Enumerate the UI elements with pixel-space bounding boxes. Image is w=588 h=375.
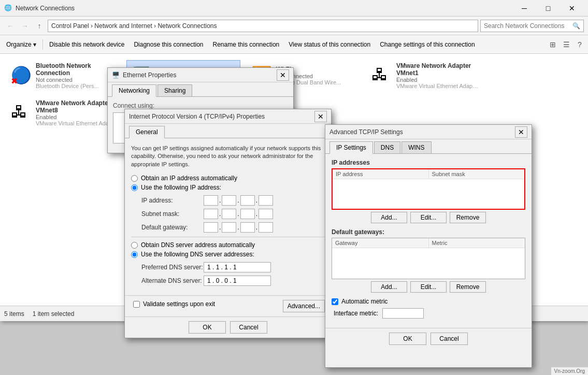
- view-icon-button[interactable]: ⊞: [547, 38, 559, 51]
- diagnose-button[interactable]: Diagnose this connection: [130, 37, 207, 52]
- tab-sharing[interactable]: Sharing: [157, 84, 192, 96]
- sm-seg4[interactable]: [259, 209, 273, 219]
- advanced-title-bar: Advanced TCP/IP Settings ✕: [325, 125, 532, 139]
- tab-general[interactable]: General: [129, 126, 165, 138]
- interface-metric-label: Interface metric:: [334, 310, 378, 317]
- ip-seg1[interactable]: [204, 195, 218, 206]
- ip-addr-col-header: IP address: [333, 169, 429, 179]
- maximize-button[interactable]: □: [536, 0, 560, 17]
- items-count: 5 items: [4, 310, 24, 318]
- gw-seg4[interactable]: [259, 222, 273, 233]
- address-path[interactable]: Control Panel › Network and Internet › N…: [48, 20, 478, 32]
- ethernet-dialog-title-bar: 🖥️ Ethernet Properties ✕: [108, 68, 293, 82]
- conn-bluetooth-name: Bluetooth Network Connection: [36, 62, 116, 77]
- ip-manual-radio[interactable]: [131, 184, 138, 191]
- ip-auto-radio-group: Obtain an IP address automatically Use t…: [131, 175, 325, 191]
- conn-vmnet1[interactable]: 🖧 VMware Network Adapter VMnet1 Enabled …: [367, 60, 481, 91]
- window-title: Network Connections: [16, 5, 75, 12]
- connect-using-label: Connect using:: [113, 102, 288, 109]
- conn-vmnet8-name: VMware Network Adapter VMnet8: [36, 99, 119, 114]
- advanced-close-btn[interactable]: ✕: [515, 126, 527, 138]
- preferred-dns-row: Preferred DNS server: 1 . 1 . 1 . 1: [131, 262, 325, 272]
- ip-seg3[interactable]: [240, 195, 255, 206]
- ip-add-btn[interactable]: Add...: [371, 212, 407, 223]
- disable-button[interactable]: Disable this network device: [45, 37, 128, 52]
- conn-vmnet8-adapter: VMware Virtual Ethernet Adapter ...: [36, 120, 119, 126]
- advanced-button[interactable]: Advanced...: [283, 300, 325, 312]
- tcp-cancel-button[interactable]: Cancel: [230, 321, 267, 334]
- organize-button[interactable]: Organize ▾: [2, 37, 40, 52]
- gw-seg1[interactable]: [204, 222, 218, 233]
- rename-button[interactable]: Rename this connection: [209, 37, 284, 52]
- conn-bluetooth[interactable]: 🔵 ✖ Bluetooth Network Connection Not con…: [6, 60, 120, 91]
- sm-seg3[interactable]: [240, 209, 255, 219]
- gw-add-btn[interactable]: Add...: [371, 281, 407, 293]
- conn-vmnet8[interactable]: 🖧 VMware Network Adapter VMnet8 Enabled …: [6, 97, 120, 128]
- tcp-ok-button[interactable]: OK: [189, 321, 226, 334]
- ip-seg2[interactable]: [222, 195, 236, 206]
- dns-manual-label: Use the following DNS server addresses:: [141, 251, 254, 258]
- search-input[interactable]: [484, 22, 570, 30]
- gateway-col-header: Gateway: [332, 238, 429, 248]
- ip-list-header: IP address Subnet mask: [333, 169, 524, 179]
- ip-manual-label: Use the following IP address:: [141, 184, 221, 191]
- advanced-ok-btn[interactable]: OK: [389, 333, 426, 345]
- forward-button[interactable]: →: [19, 20, 31, 32]
- toolbar-separator-1: [42, 39, 43, 50]
- conn-bluetooth-adapter: Bluetooth Device (Pers...: [36, 83, 116, 89]
- adv-tab-dns[interactable]: DNS: [374, 141, 400, 153]
- dns-auto-radio[interactable]: [131, 242, 138, 249]
- ip-manual-radio-row: Use the following IP address:: [131, 184, 325, 191]
- back-button[interactable]: ←: [4, 20, 17, 32]
- gw-seg2[interactable]: [222, 222, 236, 233]
- sm-seg1[interactable]: [204, 209, 218, 219]
- auto-metric-checkbox[interactable]: [332, 298, 338, 305]
- adv-tab-wins[interactable]: WINS: [401, 141, 431, 153]
- tcpipv4-close-btn[interactable]: ✕: [314, 111, 327, 122]
- validate-checkbox[interactable]: [133, 301, 140, 308]
- close-button[interactable]: ✕: [560, 0, 584, 17]
- gw-seg3[interactable]: [240, 222, 255, 233]
- sm-seg2[interactable]: [222, 209, 236, 219]
- alternate-dns-input: 1 . 0 . 0 . 1: [204, 276, 271, 286]
- interface-metric-input[interactable]: [382, 308, 424, 319]
- alternate-dns-value: 1 . 0 . 0 . 1: [207, 277, 237, 284]
- ip-remove-btn[interactable]: Remove: [450, 212, 486, 223]
- minimize-button[interactable]: ─: [512, 0, 536, 17]
- advanced-content: IP addresses IP address Subnet mask Add.…: [325, 154, 532, 328]
- validate-checkbox-row: Validate settings upon exit: [131, 300, 215, 308]
- gateways-list-header: Gateway Metric: [332, 238, 525, 248]
- conn-vmnet1-adapter: VMware Virtual Ethernet Adapter ...: [396, 83, 479, 89]
- ip-auto-radio-row: Obtain an IP address automatically: [131, 175, 325, 182]
- toolbar: Organize ▾ Disable this network device D…: [0, 35, 588, 54]
- alternate-dns-label: Alternate DNS server:: [141, 277, 204, 284]
- ip-auto-radio[interactable]: [131, 175, 138, 182]
- conn-vmnet1-info: VMware Network Adapter VMnet1 Enabled VM…: [396, 62, 479, 89]
- gw-remove-btn[interactable]: Remove: [450, 281, 486, 293]
- ethernet-close-btn[interactable]: ✕: [277, 69, 289, 81]
- view-list-button[interactable]: ☰: [560, 38, 572, 51]
- subnet-mask-input: . . .: [204, 209, 273, 219]
- advanced-title-text: Advanced TCP/IP Settings: [329, 128, 403, 136]
- tab-networking[interactable]: Networking: [112, 84, 156, 97]
- help-button[interactable]: ?: [573, 38, 586, 51]
- up-button[interactable]: ↑: [33, 20, 46, 32]
- ip-seg4[interactable]: [259, 195, 273, 206]
- dns-manual-radio[interactable]: [131, 251, 138, 258]
- default-gateway-label: Default gateway:: [141, 224, 204, 231]
- tcpipv4-ok-footer: OK Cancel: [125, 316, 331, 338]
- advanced-tcpip-dialog: Advanced TCP/IP Settings ✕ IP Settings D…: [325, 124, 532, 368]
- search-box: 🔍: [480, 20, 584, 32]
- search-icon: 🔍: [572, 22, 580, 30]
- ethernet-title-icon: 🖥️: [112, 71, 120, 79]
- advanced-footer: OK Cancel: [325, 328, 532, 349]
- gw-edit-btn[interactable]: Edit...: [410, 281, 447, 293]
- vmnet8-icon-wrapper: 🖧: [11, 103, 32, 123]
- metric-col-header: Metric: [429, 238, 525, 248]
- advanced-cancel-btn[interactable]: Cancel: [431, 333, 468, 345]
- ip-edit-btn[interactable]: Edit...: [410, 212, 447, 223]
- adv-tab-ip[interactable]: IP Settings: [329, 141, 373, 154]
- title-bar-controls: ─ □ ✕: [512, 0, 584, 17]
- view-status-button[interactable]: View status of this connection: [284, 37, 375, 52]
- change-settings-button[interactable]: Change settings of this connection: [376, 37, 479, 52]
